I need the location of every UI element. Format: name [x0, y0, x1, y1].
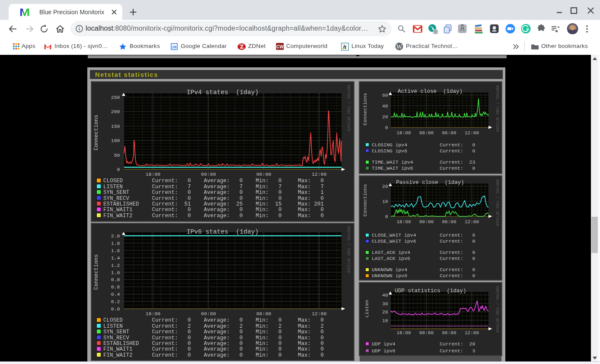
- svg-text:00:00: 00:00: [419, 219, 434, 225]
- svg-text:12:00: 12:00: [465, 330, 479, 336]
- svg-text:18:00: 18:00: [396, 219, 411, 225]
- svg-text:06:00: 06:00: [442, 219, 456, 225]
- svg-text:12:00: 12:00: [312, 171, 327, 177]
- svg-text:FIN_WAIT2 Current: 0: FIN_WAIT2 Current: 0 Average: 0 Min: 0 M…: [103, 352, 324, 358]
- svg-text:CLOSING ipv4 Current: CLOSING ipv4 Current: 0: [372, 142, 475, 148]
- svg-text:LISTEN Current: 7: LISTEN Current: 7 Average: 7 Min: 7 Max:…: [103, 184, 324, 190]
- svg-text:20: 20: [382, 310, 388, 315]
- svg-text:?: ?: [434, 30, 437, 34]
- svg-text:0: 0: [117, 167, 120, 172]
- svg-text:150: 150: [111, 123, 120, 129]
- svg-text:10: 10: [382, 318, 388, 323]
- svg-text:UDP ipv6 Current: UDP ipv6 Current: 3: [372, 348, 475, 354]
- svg-text:SYN_SENT Current: 0: SYN_SENT Current: 0 Average: 0 Min: 0 Ma…: [103, 329, 324, 335]
- svg-text:IPv4 states (1day): IPv4 states (1day): [187, 89, 259, 96]
- svg-text:00:00: 00:00: [201, 171, 216, 177]
- svg-text:1.8: 1.8: [111, 241, 120, 246]
- svg-text:10: 10: [382, 199, 388, 204]
- svg-text:06:00: 06:00: [256, 171, 271, 177]
- svg-text:ESTABLISHED Current: 51: ESTABLISHED Current: 51 Average: 25 Min:…: [103, 201, 324, 207]
- svg-text:SYN_RECV Current: 0: SYN_RECV Current: 0 Average: 0 Min: 0 Ma…: [103, 196, 324, 202]
- svg-text:0.8: 0.8: [111, 277, 120, 282]
- svg-text:06:00: 06:00: [442, 330, 456, 336]
- svg-text:TIME_WAIT ipv4 Current: TIME_WAIT ipv4 Current: 23: [372, 160, 475, 165]
- svg-text:06:00: 06:00: [256, 311, 271, 317]
- svg-text:FIN_WAIT1 Current: 0: FIN_WAIT1 Current: 0 Average: 0 Min: 0 M…: [103, 346, 324, 352]
- svg-text:1.2: 1.2: [111, 263, 120, 268]
- svg-text:0: 0: [385, 214, 388, 219]
- svg-text:1.0: 1.0: [111, 270, 120, 275]
- svg-text:30: 30: [382, 301, 388, 307]
- svg-text:12:00: 12:00: [465, 219, 479, 225]
- svg-text:06:00: 06:00: [442, 130, 456, 136]
- svg-text:UDP statistics (1day): UDP statistics (1day): [395, 288, 466, 294]
- svg-text:Connections: Connections: [363, 184, 368, 216]
- svg-text:1.6: 1.6: [111, 248, 120, 253]
- svg-text:0.0: 0.0: [111, 306, 120, 312]
- svg-text:00:00: 00:00: [419, 130, 434, 136]
- svg-text:RRDTOOL / TOBI OETIKER: RRDTOOL / TOBI OETIKER: [495, 286, 499, 332]
- svg-text:0.6: 0.6: [111, 284, 120, 290]
- svg-text:12:00: 12:00: [312, 311, 327, 317]
- svg-text:18:00: 18:00: [146, 311, 161, 317]
- svg-text:RRDTOOL / TOBI OETIKER: RRDTOOL / TOBI OETIKER: [495, 85, 499, 132]
- svg-text:20: 20: [382, 184, 388, 189]
- svg-text:18:00: 18:00: [396, 130, 411, 136]
- svg-text:Listen: Listen: [364, 300, 370, 317]
- svg-text:Active close (1day): Active close (1day): [398, 89, 463, 95]
- svg-text:28: 28: [172, 44, 177, 49]
- svg-text:CLOSE_WAIT ipv6 Current: CLOSE_WAIT ipv6 Current: 0: [372, 239, 475, 244]
- svg-text:SYN_RECV Current: 0: SYN_RECV Current: 0 Average: 0 Min: 0 Ma…: [103, 335, 324, 341]
- svg-text:CLOSE_WAIT ipv4 Current: CLOSE_WAIT ipv4 Current: 6: [372, 233, 475, 238]
- svg-text:CLOSED Current: 0: CLOSED Current: 0 Average: 0 Min: 0 Max:…: [103, 317, 324, 323]
- svg-text:2.0: 2.0: [111, 233, 120, 239]
- svg-text:UDP ipv4 Current: UDP ipv4 Current: 20: [372, 342, 475, 347]
- svg-text:0.4: 0.4: [111, 291, 120, 297]
- svg-text:FIN_WAIT2 Current: 0: FIN_WAIT2 Current: 0 Average: 0 Min: 0 M…: [103, 213, 324, 219]
- svg-text:60: 60: [382, 93, 388, 98]
- svg-text:18:00: 18:00: [146, 171, 161, 177]
- svg-text:20: 20: [382, 114, 388, 120]
- svg-text:ESTABLISHED Current: 0: ESTABLISHED Current: 0 Average: 0 Min: 0…: [103, 341, 324, 347]
- svg-text:Passive close (1day): Passive close (1day): [396, 180, 464, 186]
- svg-text:UNKNOWN ipv4 Current: UNKNOWN ipv4 Current: 0: [372, 267, 475, 272]
- svg-text:12:00: 12:00: [465, 130, 479, 136]
- svg-text:0.2: 0.2: [111, 299, 120, 304]
- svg-text:1.4: 1.4: [111, 255, 120, 261]
- svg-text:RRDTOOL / TOBI OETIKER: RRDTOOL / TOBI OETIKER: [495, 179, 499, 226]
- svg-text:100: 100: [111, 138, 120, 143]
- svg-text:CW: CW: [276, 44, 284, 49]
- svg-text:CLOSING ipv6 Current: CLOSING ipv6 Current: 0: [372, 149, 475, 154]
- svg-text:50: 50: [114, 152, 120, 158]
- svg-text:RRDTOOL / TOBI OETIKER: RRDTOOL / TOBI OETIKER: [347, 226, 351, 273]
- svg-text:CLOSED Current: 0: CLOSED Current: 0 Average: 0 Min: 0 Max:…: [103, 178, 324, 184]
- svg-text:Connections: Connections: [93, 254, 99, 290]
- svg-text:250: 250: [111, 95, 120, 100]
- svg-text:LISTEN Current: 2: LISTEN Current: 2 Average: 2 Min: 2 Max:…: [103, 323, 324, 329]
- svg-text:RRDTOOL / TOBI OETIKER: RRDTOOL / TOBI OETIKER: [347, 85, 351, 131]
- svg-text:18:00: 18:00: [396, 330, 411, 336]
- svg-text:LAST_ACK ipv4 Current: LAST_ACK ipv4 Current: 0: [372, 250, 475, 255]
- svg-text:SYN_SENT Current: 0: SYN_SENT Current: 0 Average: 0 Min: 0 Ma…: [103, 190, 324, 196]
- svg-text:Connections: Connections: [363, 93, 368, 125]
- svg-text:TIME_WAIT ipv6 Current: TIME_WAIT ipv6 Current: 0: [372, 166, 475, 171]
- svg-text:00:00: 00:00: [201, 311, 216, 317]
- svg-text:UNKNOWN ipv6 Current: UNKNOWN ipv6 Current: 0: [372, 273, 475, 279]
- svg-text:40: 40: [382, 104, 388, 109]
- svg-text:200: 200: [111, 109, 120, 114]
- svg-text:IPv6 states (1day): IPv6 states (1day): [187, 228, 259, 235]
- svg-text:W: W: [396, 43, 402, 50]
- svg-text:FIN_WAIT1 Current: 0: FIN_WAIT1 Current: 0 Average: 0 Min: 0 M…: [103, 207, 324, 213]
- svg-text:40: 40: [382, 293, 388, 298]
- svg-text:Connections: Connections: [93, 115, 99, 151]
- svg-text:0: 0: [385, 125, 388, 130]
- svg-text:00:00: 00:00: [419, 330, 434, 336]
- svg-text:LAST_ACK ipv6 Current: LAST_ACK ipv6 Current: 0: [372, 256, 475, 261]
